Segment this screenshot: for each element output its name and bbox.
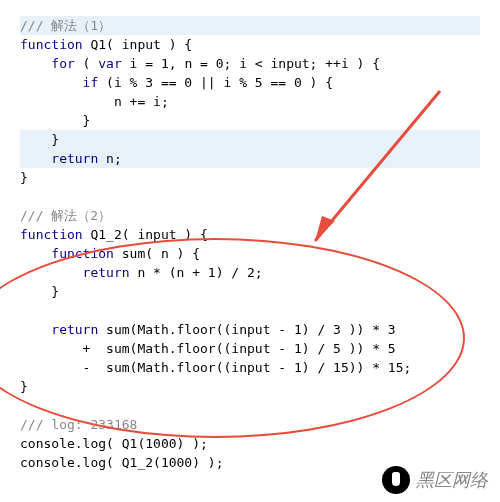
blank-line [20, 398, 28, 413]
kw-if: if [20, 75, 98, 90]
code-text: - sum(Math.floor((input - 1) / 15)) * 15… [20, 360, 411, 375]
mushroom-icon [382, 466, 410, 494]
code-text: Q1( input ) { [83, 37, 193, 52]
code-text: n * (n + 1) / 2; [130, 265, 263, 280]
kw-function: function [20, 246, 114, 261]
code-text: ( [75, 56, 98, 71]
code-text: i = 1, n = 0; i < input; ++i ) { [122, 56, 380, 71]
code-text: } [20, 379, 28, 394]
code-text: } [20, 113, 90, 128]
watermark-text: 黑区网络 [416, 471, 488, 490]
kw-return: return [20, 151, 98, 166]
code-block: /// 解法（1）function Q1( input ) { for ( va… [0, 0, 500, 488]
code-text: Q1_2( input ) { [83, 227, 208, 242]
code-text: console.log( Q1_2(1000) ); [20, 455, 224, 470]
code-text: + sum(Math.floor((input - 1) / 5 )) * 5 [20, 341, 396, 356]
code-text: sum(Math.floor((input - 1) / 3 )) * 3 [98, 322, 395, 337]
code-text: } [20, 284, 59, 299]
kw-var: var [98, 56, 121, 71]
kw-function: function [20, 37, 83, 52]
code-comment: /// log: 233168 [20, 417, 137, 432]
code-comment: /// 解法（2） [20, 208, 111, 223]
code-text: } [20, 130, 480, 149]
code-text: (i % 3 == 0 || i % 5 == 0 ) { [98, 75, 333, 90]
code-text: n; [98, 151, 121, 166]
kw-return: return [20, 265, 130, 280]
watermark: 黑区网络 [382, 466, 488, 494]
blank-line [20, 189, 28, 204]
blank-line [20, 303, 28, 318]
kw-function: function [20, 227, 83, 242]
code-text: sum( n ) { [114, 246, 200, 261]
code-text: n += i; [20, 94, 169, 109]
code-comment: /// 解法（1） [20, 16, 480, 35]
code-text: console.log( Q1(1000) ); [20, 436, 208, 451]
kw-return: return [20, 322, 98, 337]
kw-for: for [20, 56, 75, 71]
code-text: } [20, 170, 28, 185]
